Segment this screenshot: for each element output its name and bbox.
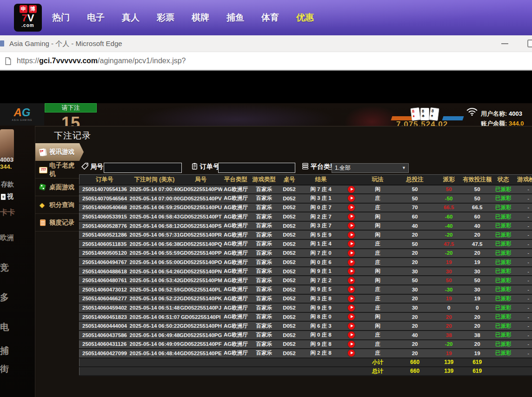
user-name: 4003 — [509, 110, 522, 117]
modal-title: 下注记录 — [54, 130, 91, 142]
replay-video-icon[interactable] — [348, 313, 355, 320]
playing-card: 8♦ — [410, 107, 420, 121]
dice-icon — [39, 184, 47, 191]
background-text-fragment: 街 — [0, 363, 9, 375]
nav-menu: 热门电子真人彩票棋牌捕鱼体育优惠 — [52, 0, 314, 35]
column-header: 局号 — [180, 175, 222, 185]
nav-item-彩票[interactable]: 彩票 — [157, 12, 174, 24]
column-header: 游戏检验 — [514, 175, 532, 185]
table-row: 2505140605287762025-05-14 06:58:12GD0522… — [80, 221, 532, 231]
sidebar-item-额度记录[interactable]: 额度记录 — [35, 214, 80, 232]
table-row: 2505140605212862025-05-14 06:57:31GD0522… — [80, 230, 532, 239]
platform-list-icon — [302, 163, 309, 171]
background-text-fragment: 欧洲 — [0, 233, 14, 242]
sidebar-item-label: 额度记录 — [49, 218, 74, 227]
maximize-button[interactable] — [527, 40, 532, 47]
table-row: 2505140604440042025-05-14 06:50:22GD0522… — [80, 321, 532, 331]
background-text-fragment: 4003 — [0, 156, 13, 163]
screen: 申 博 7V .com 热门电子真人彩票棋牌捕鱼体育优惠 Asia Gaming… — [0, 0, 532, 397]
nav-item-优惠[interactable]: 优惠 — [296, 12, 314, 24]
nav-item-电子[interactable]: 电子 — [87, 12, 105, 24]
table-row: 2505140705541362025-05-14 07:00:40GD0522… — [80, 185, 532, 194]
platform-select[interactable]: 1.全部▼ — [332, 163, 409, 173]
replay-video-icon[interactable] — [348, 323, 355, 330]
game-no-input[interactable] — [104, 163, 182, 173]
background-text-fragment: 存款 — [1, 180, 14, 189]
replay-video-icon[interactable] — [348, 240, 355, 247]
table-row: 2505140605406682025-05-14 06:59:25GD0522… — [80, 203, 532, 212]
card-icon: 9 — [1, 194, 6, 200]
background-text-fragment: 捕 — [0, 345, 9, 357]
column-header: 平台类型 — [222, 175, 249, 185]
browser-titlebar: Asia Gaming - 个人 - Microsoft Edge — [0, 35, 532, 52]
site-logo[interactable]: 申 博 7V .com — [14, 4, 42, 32]
replay-video-icon[interactable] — [348, 286, 355, 293]
replay-video-icon[interactable] — [348, 232, 355, 238]
nav-item-真人[interactable]: 真人 — [122, 12, 140, 24]
sidebar-item-桌面游戏[interactable]: 桌面游戏 — [35, 179, 80, 196]
playing-card: 8♣ — [420, 108, 429, 120]
column-header: 派彩 — [435, 175, 462, 185]
clipboard-icon — [191, 163, 198, 171]
replay-video-icon[interactable] — [348, 204, 355, 211]
order-no-label-group: 订单号 — [191, 163, 219, 171]
replay-video-icon[interactable] — [348, 195, 355, 202]
dealt-cards: 8♦8♣8♠ — [411, 108, 439, 120]
background-text-fragment: 9视 — [1, 192, 13, 201]
table-row: 2505140705465642025-05-14 07:00:00GD0522… — [80, 194, 532, 203]
replay-video-icon[interactable] — [348, 186, 355, 193]
sidebar-item-电子老虎机[interactable]: 电子老虎机 — [35, 161, 80, 179]
nav-item-体育[interactable]: 体育 — [261, 12, 279, 24]
order-no-input[interactable] — [218, 163, 295, 173]
nav-item-棋牌[interactable]: 棋牌 — [192, 12, 209, 24]
modal-sidebar: 视讯游戏电子老虎机桌面游戏积分查询额度记录 — [35, 143, 80, 232]
window-favicon — [0, 40, 4, 46]
replay-video-icon[interactable] — [348, 250, 355, 257]
minimize-button[interactable] — [501, 43, 508, 44]
replay-video-icon[interactable] — [348, 341, 355, 348]
sidebar-item-label: 电子老虎机 — [49, 161, 80, 178]
sidebar-item-视讯游戏[interactable]: 视讯游戏 — [35, 143, 84, 161]
table-row: 2505140604886182025-05-14 06:54:26GD0522… — [80, 267, 532, 276]
address-bar[interactable]: https://gci.7vvvvvv.com/agingame/pcv1/in… — [0, 52, 532, 71]
sidebar-item-label: 积分查询 — [49, 201, 74, 209]
replay-video-icon[interactable] — [348, 304, 355, 311]
nav-item-捕鱼[interactable]: 捕鱼 — [226, 12, 244, 24]
sidebar-item-label: 桌面游戏 — [49, 183, 74, 192]
document-icon — [39, 219, 47, 226]
subtotal-row: 小计660139619 — [80, 358, 532, 367]
column-header: 状态 — [492, 175, 514, 185]
column-header: 下注时间 (美东) — [130, 175, 180, 185]
url-text: https://gci.7vvvvvv.com/agingame/pcv1/in… — [17, 57, 186, 65]
table-row: 2505140604730122025-05-14 06:52:59GD0522… — [80, 285, 532, 294]
wifi-icon — [466, 107, 478, 118]
background-text-fragment: 竞 — [0, 262, 9, 274]
background-text-fragment: 多 — [0, 291, 9, 304]
diamond-icon — [39, 201, 47, 209]
table-row: 2505140604594022025-05-14 06:51:48GD0522… — [80, 303, 532, 312]
replay-video-icon[interactable] — [348, 350, 355, 357]
replay-video-icon[interactable] — [348, 331, 355, 338]
replay-video-icon[interactable] — [348, 222, 355, 229]
background-text-fragment: 电 — [0, 321, 9, 333]
replay-video-icon[interactable] — [348, 268, 355, 275]
column-header: 总投注 — [394, 175, 435, 185]
replay-video-icon[interactable] — [348, 277, 355, 284]
replay-video-icon[interactable] — [348, 213, 355, 220]
page-icon — [5, 57, 12, 67]
column-header: 有效投注额 — [462, 175, 492, 185]
replay-video-icon[interactable] — [348, 295, 355, 302]
sidebar-item-label: 视讯游戏 — [49, 148, 74, 156]
nav-item-热门[interactable]: 热门 — [52, 12, 70, 24]
table-row: 2505140604375862025-05-14 06:49:48GD0522… — [80, 331, 532, 340]
window-title: Asia Gaming - 个人 - Microsoft Edge — [9, 40, 122, 48]
column-header: 游戏类型 — [249, 175, 279, 185]
table-row: 2505140604270992025-05-14 06:48:44GD0522… — [80, 349, 532, 358]
replay-video-icon[interactable] — [348, 259, 355, 266]
tag-icon — [81, 163, 88, 171]
background-text-fragment: 卡卡 — [0, 208, 15, 218]
table-row: 2505140605118352025-05-14 06:56:38GD0522… — [80, 239, 532, 249]
column-header: 结果 — [299, 175, 342, 185]
column-header: 桌号 — [279, 175, 299, 185]
sidebar-item-积分查询[interactable]: 积分查询 — [35, 196, 80, 214]
